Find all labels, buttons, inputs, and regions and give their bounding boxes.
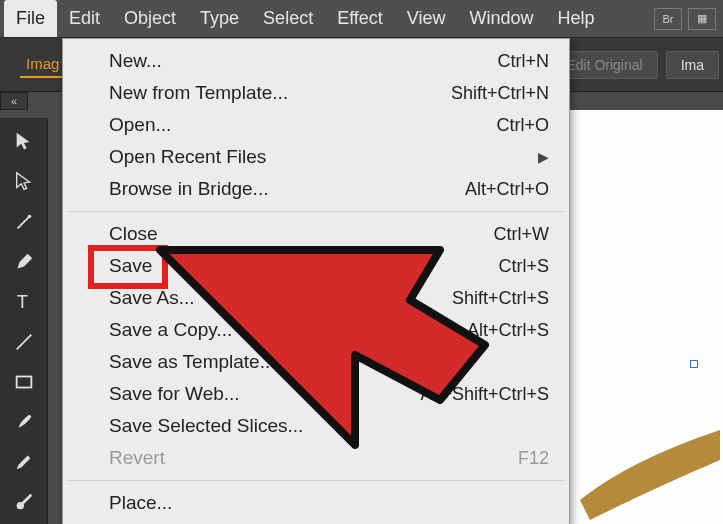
artwork-shape	[570, 410, 723, 524]
rectangle-tool[interactable]	[0, 362, 48, 402]
menu-item-label: Open...	[109, 114, 496, 136]
menu-file[interactable]: File	[4, 0, 57, 37]
menu-shortcut: Ctrl+W	[494, 224, 550, 245]
menu-item-save-a-copy[interactable]: Save a Copy...Alt+Ctrl+S	[63, 314, 569, 346]
menu-shortcut: F12	[518, 448, 549, 469]
menu-shortcut: Ctrl+N	[497, 51, 549, 72]
selection-handle[interactable]	[690, 360, 698, 368]
tool-panel: T	[0, 118, 48, 524]
svg-text:T: T	[17, 291, 28, 312]
menu-effect[interactable]: Effect	[325, 0, 395, 37]
menu-item-close[interactable]: CloseCtrl+W	[63, 218, 569, 250]
menu-shortcut: Ctrl+O	[496, 115, 549, 136]
menu-shortcut: Ctrl+S	[498, 256, 549, 277]
image-trace-button[interactable]: Ima	[666, 51, 719, 79]
menu-item-label: Save as Template...	[109, 351, 549, 373]
menu-shortcut: Alt+Ctrl+S	[467, 320, 549, 341]
menu-item-label: Save	[109, 255, 498, 277]
menu-shortcut: Alt+Shift+Ctrl+S	[420, 384, 549, 405]
menu-item-revert: RevertF12	[63, 442, 569, 474]
menu-edit[interactable]: Edit	[57, 0, 112, 37]
menu-view[interactable]: View	[395, 0, 458, 37]
menu-item-label: Save for Web...	[109, 383, 420, 405]
bridge-button[interactable]: Br	[654, 8, 682, 30]
menu-shortcut: Shift+Ctrl+S	[452, 288, 549, 309]
menu-item-label: Save Selected Slices...	[109, 415, 549, 437]
menu-item-label: Browse in Bridge...	[109, 178, 465, 200]
menu-separator	[67, 211, 565, 212]
menu-object[interactable]: Object	[112, 0, 188, 37]
menu-item-label: Save a Copy...	[109, 319, 467, 341]
pen-tool[interactable]	[0, 242, 48, 282]
document-tab[interactable]: Imag	[20, 51, 65, 78]
menu-item-new-from-template[interactable]: New from Template...Shift+Ctrl+N	[63, 77, 569, 109]
menu-item-save-as[interactable]: Save As...Shift+Ctrl+S	[63, 282, 569, 314]
menubar: File Edit Object Type Select Effect View…	[0, 0, 723, 38]
menu-item-label: Place...	[109, 492, 549, 514]
menu-select[interactable]: Select	[251, 0, 325, 37]
sidebar-collapse[interactable]: «	[0, 92, 28, 110]
svg-line-2	[17, 335, 32, 350]
brush-tool[interactable]	[0, 402, 48, 442]
menu-shortcut: Shift+Ctrl+N	[451, 83, 549, 104]
magic-wand-tool[interactable]	[0, 202, 48, 242]
menu-item-label: New from Template...	[109, 82, 451, 104]
menu-item-label: Open Recent Files	[109, 146, 538, 168]
menu-item-save-selected-slices[interactable]: Save Selected Slices...	[63, 410, 569, 442]
menu-item-browse-in-bridge[interactable]: Browse in Bridge...Alt+Ctrl+O	[63, 173, 569, 205]
pencil-tool[interactable]	[0, 442, 48, 482]
menu-type[interactable]: Type	[188, 0, 251, 37]
line-tool[interactable]	[0, 322, 48, 362]
menu-item-save-for-web[interactable]: Save for Web...Alt+Shift+Ctrl+S	[63, 378, 569, 410]
menu-separator	[67, 480, 565, 481]
menu-shortcut: Alt+Ctrl+O	[465, 179, 549, 200]
direct-selection-tool[interactable]	[0, 162, 48, 202]
canvas-area[interactable]	[570, 110, 723, 524]
menu-window[interactable]: Window	[458, 0, 546, 37]
arrange-button[interactable]: ▦	[688, 8, 716, 30]
menu-item-label: Save As...	[109, 287, 452, 309]
menu-item-open[interactable]: Open...Ctrl+O	[63, 109, 569, 141]
menu-item-label: Revert	[109, 447, 518, 469]
type-tool[interactable]: T	[0, 282, 48, 322]
menu-item-place[interactable]: Place...	[63, 487, 569, 519]
file-menu: New...Ctrl+NNew from Template...Shift+Ct…	[62, 38, 570, 524]
menu-item-label: New...	[109, 50, 497, 72]
menu-item-open-recent-files[interactable]: Open Recent Files▶	[63, 141, 569, 173]
svg-rect-3	[17, 377, 32, 388]
submenu-arrow-icon: ▶	[538, 149, 549, 165]
menu-item-label: Close	[109, 223, 494, 245]
selection-tool[interactable]	[0, 122, 48, 162]
svg-point-0	[28, 215, 32, 219]
blob-brush-tool[interactable]	[0, 482, 48, 522]
menu-help[interactable]: Help	[546, 0, 607, 37]
menu-item-save-as-template[interactable]: Save as Template...	[63, 346, 569, 378]
menu-item-new[interactable]: New...Ctrl+N	[63, 45, 569, 77]
menu-item-save[interactable]: SaveCtrl+S	[63, 250, 569, 282]
